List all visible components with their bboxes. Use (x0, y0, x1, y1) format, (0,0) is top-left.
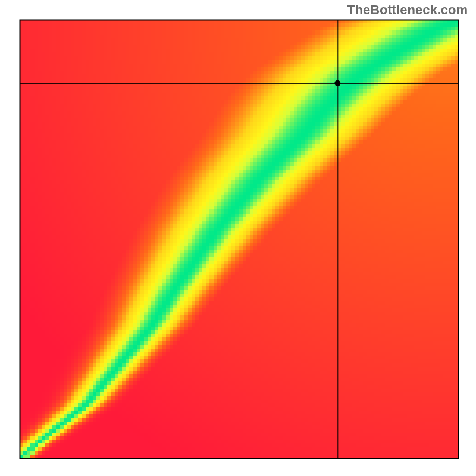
watermark-text: TheBottleneck.com (347, 2, 468, 18)
heatmap-canvas (0, 0, 476, 476)
chart-container: TheBottleneck.com (0, 0, 476, 476)
